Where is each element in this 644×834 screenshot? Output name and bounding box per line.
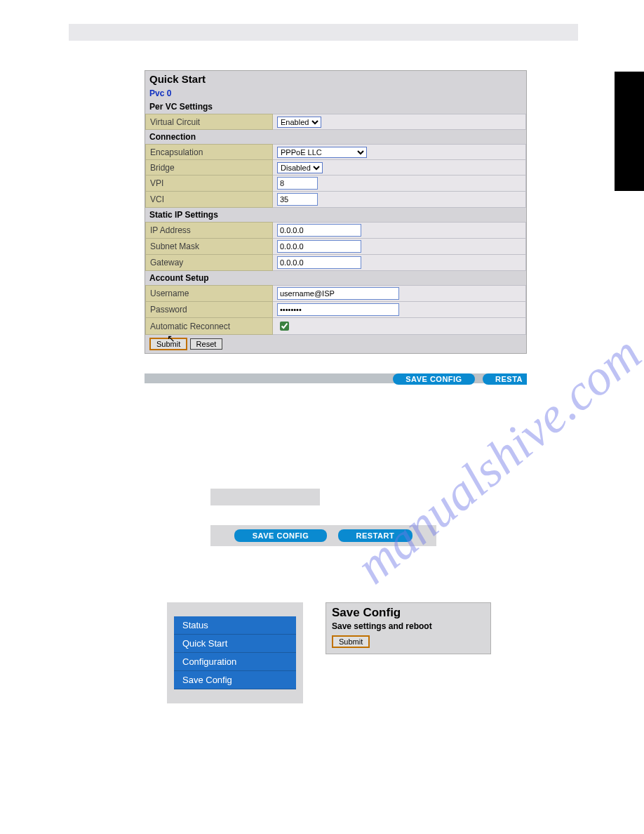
save-config-subtitle: Save settings and reboot	[332, 621, 485, 631]
input-subnet-mask[interactable]	[277, 240, 361, 253]
label-gateway: Gateway	[146, 255, 273, 271]
save-config-submit-button[interactable]: Submit	[332, 635, 370, 648]
quick-start-title: Quick Start	[145, 71, 526, 87]
sidebar-item-save-config[interactable]: Save Config	[174, 671, 296, 689]
reset-button[interactable]: Reset	[190, 338, 223, 350]
grey-placeholder	[210, 489, 320, 505]
input-vpi[interactable]	[277, 177, 318, 190]
restart-button-partial[interactable]: RESTA	[483, 373, 527, 385]
save-config-button[interactable]: SAVE CONFIG	[393, 373, 474, 385]
input-vci[interactable]	[277, 193, 318, 206]
label-auto-reconnect: Automatic Reconnect	[146, 318, 273, 335]
sidebar-item-quick-start[interactable]: Quick Start	[174, 635, 296, 653]
select-encapsulation[interactable]: PPPoE LLC	[277, 147, 367, 158]
footer-strip: SAVE CONFIG RESTA	[145, 373, 527, 383]
section-static-ip: Static IP Settings	[145, 208, 526, 222]
watermark: manualshive.com	[345, 324, 644, 595]
label-bridge: Bridge	[146, 160, 273, 176]
save-config-button-large[interactable]: SAVE CONFIG	[234, 529, 327, 542]
checkbox-auto-reconnect[interactable]	[280, 322, 289, 331]
right-black-tab	[615, 72, 644, 191]
section-per-vc: Per VC Settings	[145, 100, 526, 114]
label-subnet-mask: Subnet Mask	[146, 239, 273, 255]
submit-button[interactable]: Submit	[149, 338, 187, 350]
sidebar: Status Quick Start Configuration Save Co…	[167, 602, 303, 703]
section-account-setup: Account Setup	[145, 271, 526, 285]
label-vpi: VPI	[146, 176, 273, 192]
select-bridge[interactable]: Disabled	[277, 162, 323, 173]
save-config-panel: Save Config Save settings and reboot Sub…	[326, 602, 491, 654]
label-virtual-circuit: Virtual Circuit	[146, 114, 273, 130]
label-vci: VCI	[146, 192, 273, 208]
save-config-title: Save Config	[332, 606, 485, 620]
input-password[interactable]	[277, 303, 399, 316]
quick-start-panel: Quick Start Pvc 0 Per VC Settings Virtua…	[145, 70, 527, 354]
label-encapsulation: Encapsulation	[146, 145, 273, 160]
label-ip-address: IP Address	[146, 223, 273, 239]
input-username[interactable]	[277, 287, 399, 300]
sidebar-item-configuration[interactable]: Configuration	[174, 653, 296, 671]
section-connection: Connection	[145, 130, 526, 144]
label-username: Username	[146, 286, 273, 302]
select-virtual-circuit[interactable]: Enabled	[277, 117, 321, 128]
restart-button[interactable]: RESTART	[338, 529, 413, 542]
save-restart-bar: SAVE CONFIG RESTART	[210, 525, 436, 546]
label-password: Password	[146, 302, 273, 318]
top-bar	[69, 24, 578, 41]
input-gateway[interactable]	[277, 256, 361, 269]
input-ip-address[interactable]	[277, 224, 361, 237]
sidebar-item-status[interactable]: Status	[174, 616, 296, 635]
pvc-label: Pvc 0	[145, 87, 526, 100]
